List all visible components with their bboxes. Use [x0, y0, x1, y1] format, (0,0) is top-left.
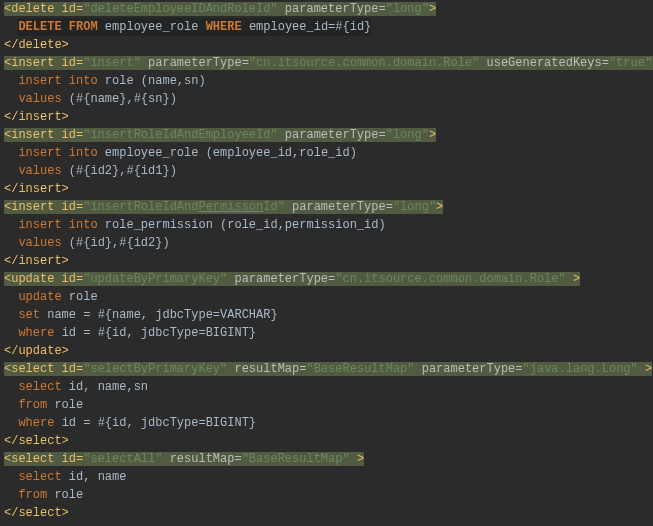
code-line: </update>	[0, 342, 653, 360]
code-line: <delete id="deleteEmployeeIDAndRoleId" p…	[0, 0, 653, 18]
code-line: <update id="updateByPrimaryKey" paramete…	[0, 270, 653, 288]
code-line: </insert>	[0, 108, 653, 126]
code-line: where id = #{id, jdbcType=BIGINT}	[0, 414, 653, 432]
code-line: </insert>	[0, 252, 653, 270]
code-line: select id, name	[0, 468, 653, 486]
code-line: set name = #{name, jdbcType=VARCHAR}	[0, 306, 653, 324]
code-line: values (#{name},#{sn})	[0, 90, 653, 108]
code-line: update role	[0, 288, 653, 306]
code-line: select id, name,sn	[0, 378, 653, 396]
code-line: </select>	[0, 432, 653, 450]
code-line: <insert id="insert" parameterType="cn.it…	[0, 54, 653, 72]
code-line: insert into role_permission (role_id,per…	[0, 216, 653, 234]
code-line: from role	[0, 396, 653, 414]
code-line: insert into role (name,sn)	[0, 72, 653, 90]
code-line: where id = #{id, jdbcType=BIGINT}	[0, 324, 653, 342]
code-line: insert into employee_role (employee_id,r…	[0, 144, 653, 162]
code-line: <insert id="insertRoleIdAndEmployeeId" p…	[0, 126, 653, 144]
code-editor[interactable]: <delete id="deleteEmployeeIDAndRoleId" p…	[0, 0, 653, 522]
code-line: from role	[0, 486, 653, 504]
code-line: </insert>	[0, 180, 653, 198]
code-line: </select>	[0, 504, 653, 522]
code-line: values (#{id},#{id2})	[0, 234, 653, 252]
code-line: </delete>	[0, 36, 653, 54]
spellcheck-underline: Permisson	[198, 200, 263, 214]
code-line: DELETE FROM employee_role WHERE employee…	[0, 18, 653, 36]
code-line: <select id="selectAll" resultMap="BaseRe…	[0, 450, 653, 468]
code-line: <select id="selectByPrimaryKey" resultMa…	[0, 360, 653, 378]
code-line: <insert id="insertRoleIdAndPermissonId" …	[0, 198, 653, 216]
code-line: values (#{id2},#{id1})	[0, 162, 653, 180]
